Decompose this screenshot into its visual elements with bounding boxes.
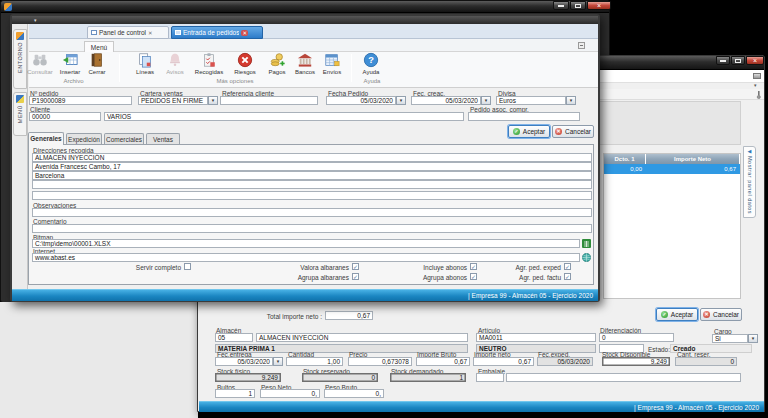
direccion-field-2[interactable]: Avenida Francesc Cambo, 17	[32, 162, 592, 171]
pushpin-icon[interactable]	[755, 91, 762, 99]
direccion-field-4[interactable]	[32, 180, 592, 189]
fg-status-bar: | Empresa 99 - Almacén 05 - Ejercicio 20…	[12, 289, 598, 301]
referencia-cliente-field[interactable]	[220, 96, 318, 105]
bg-maximize-button[interactable]	[731, 56, 745, 65]
cliente-codigo-field[interactable]: 00000	[29, 112, 101, 121]
total-importe-field[interactable]: 0,67	[325, 311, 373, 320]
articulo-codigo-field[interactable]: MA0011	[476, 333, 596, 342]
importe-neto-field[interactable]: 0,67	[473, 357, 534, 366]
embalaje-desc-field[interactable]	[506, 373, 741, 382]
tab-panel-label: Panel de control	[99, 29, 146, 36]
valora-albaranes-checkbox[interactable]	[352, 263, 359, 270]
tab-close-icon[interactable]: ✕	[148, 30, 153, 36]
agr-ped-factu-checkbox[interactable]	[564, 273, 571, 280]
almacen-codigo-field[interactable]: 05	[215, 333, 253, 342]
chevron-down-icon[interactable]: ▾	[754, 82, 757, 88]
spreadsheet-file-icon[interactable]	[582, 239, 591, 248]
agr-ped-exped-checkbox[interactable]	[564, 263, 571, 270]
cantidad-field[interactable]: 1,00	[286, 357, 343, 366]
importe-bruto-field[interactable]: 0,67	[416, 357, 470, 366]
fec-entrega-dropdown-button[interactable]: ▾	[273, 357, 283, 366]
bg-minimize-button[interactable]	[716, 56, 730, 65]
ribbon-group-mas-opciones: Más opciones	[119, 78, 351, 84]
cartera-ventas-field[interactable]: PEDIDOS EN FIRME	[138, 96, 208, 105]
ribbon-tab-menu[interactable]: Menú	[84, 41, 114, 52]
panel-datos-tab[interactable]: ◀ Mostrar panel datos	[743, 146, 756, 218]
panel-datos-tab-label: Mostrar panel datos	[747, 156, 753, 214]
cancel-x-icon: ✕	[703, 311, 710, 318]
observaciones-field[interactable]	[32, 208, 592, 217]
stock-fisico-field: 9.249	[215, 373, 281, 382]
app-icon	[4, 3, 12, 11]
ribbon-tab-row	[29, 39, 598, 52]
help-icon: ?	[363, 52, 379, 68]
peso-neto-field[interactable]: 0,	[260, 389, 320, 398]
bg-status-bar: | Empresa 99 - Almacén 05 - Ejercicio 20…	[199, 401, 764, 412]
pedido-asoc-field[interactable]	[468, 112, 580, 121]
fg-status-text: | Empresa 99 - Almacén 05 - Ejercicio 20…	[468, 292, 593, 299]
desktop-gray-area	[0, 302, 198, 418]
direccion-field-3[interactable]: Barcelona	[32, 171, 592, 180]
grid-header-importe-neto[interactable]: Importe Neto	[646, 154, 740, 164]
num-pedido-field[interactable]: P19000089	[29, 96, 132, 105]
cargo-field[interactable]: Si	[712, 334, 748, 343]
globe-icon[interactable]	[582, 253, 591, 262]
tab-generales[interactable]: Generales	[28, 132, 64, 145]
pin-toolbar-icon[interactable]	[753, 73, 761, 79]
quick-access-caret-icon[interactable]: ▾	[34, 16, 37, 24]
peso-bruto-field[interactable]: 0,	[324, 389, 384, 398]
agrupa-albaranes-checkbox[interactable]	[352, 273, 359, 280]
fg-aceptar-button[interactable]: ✓Aceptar	[508, 125, 550, 138]
bitmap-field[interactable]: C:\tmp\demo\00001.XLSX	[32, 239, 580, 248]
grid-selected-row[interactable]: 0,00 0,67	[604, 164, 740, 174]
outer-maximize-button[interactable]	[570, 1, 586, 10]
divisa-dropdown-button[interactable]: ▾	[566, 96, 576, 105]
stock-demandado-field: 1	[390, 373, 466, 382]
agrupa-abonos-label: Agrupa abonos	[387, 274, 467, 281]
bg-aceptar-button[interactable]: ✓Aceptar	[656, 308, 698, 321]
clipboard-icon	[201, 52, 217, 68]
precio-field[interactable]: 0,673078	[348, 357, 412, 366]
cliente-nombre-field[interactable]: VARIOS	[104, 112, 464, 121]
almacen-nombre-field[interactable]: ALMACEN INYECCIÓN	[256, 333, 468, 342]
internet-field[interactable]: www.abast.es	[32, 253, 580, 262]
cargo-dropdown-button[interactable]: ▾	[748, 334, 758, 343]
fecha-pedido-field[interactable]: 05/03/2020	[326, 96, 396, 105]
incluye-abonos-checkbox[interactable]	[470, 263, 477, 270]
outer-minimize-button[interactable]	[553, 1, 569, 10]
comentario-field[interactable]	[32, 224, 592, 233]
calendar-grid-icon	[324, 52, 340, 68]
direccion-field-5[interactable]	[32, 191, 592, 200]
divisa-field[interactable]: Euros	[496, 96, 566, 105]
direccion-field-1[interactable]: ALMACEN INYECCIÓN	[32, 153, 592, 162]
fecha-pedido-dropdown-button[interactable]: ▾	[396, 96, 406, 105]
door-icon	[89, 52, 105, 68]
fec-creac-field[interactable]: 05/03/2020	[411, 96, 481, 105]
insert-table-icon	[62, 52, 78, 68]
bg-status-text: | Empresa 99 - Almacén 05 - Ejercicio 20…	[634, 404, 759, 411]
total-importe-label: Total importe neto :	[228, 313, 322, 320]
cartera-ventas-dropdown-button[interactable]: ▾	[208, 96, 218, 105]
stock-disponible-field[interactable]: 9.249	[602, 357, 670, 366]
servir-completo-checkbox[interactable]	[184, 263, 191, 270]
bg-cancelar-button[interactable]: ✕Cancelar	[700, 308, 742, 321]
tab-entrada-de-pedidos[interactable]: Entrada de pedidos ✕	[171, 26, 263, 39]
coins-icon	[269, 52, 285, 68]
fec-creac-dropdown-button[interactable]: ▾	[481, 96, 491, 105]
tab-close-icon[interactable]: ✕	[241, 30, 248, 36]
embalaje-codigo-field[interactable]	[476, 373, 504, 382]
bg-close-button[interactable]: ×	[746, 56, 764, 65]
sidebar-item-menu[interactable]: MENÚ	[13, 92, 27, 136]
bultos-field[interactable]: 1	[215, 389, 255, 398]
grid-header-dcto[interactable]: Dcto. 1	[604, 154, 646, 164]
svg-text:?: ?	[368, 55, 374, 65]
binoculars-icon	[32, 52, 48, 68]
outer-close-button[interactable]: ×	[587, 1, 611, 10]
tab-panel-de-control[interactable]: Panel de control ✕	[87, 26, 169, 39]
ribbon-group-archivo: Archivo	[28, 78, 119, 84]
fec-entrega-field[interactable]: 05/03/2020	[215, 357, 273, 366]
diferenciacion-field[interactable]: 0	[599, 333, 674, 342]
fg-cancelar-button[interactable]: ✕Cancelar	[552, 125, 594, 138]
agrupa-abonos-checkbox[interactable]	[470, 273, 477, 280]
ribbon-pin-icon[interactable]	[578, 42, 585, 49]
